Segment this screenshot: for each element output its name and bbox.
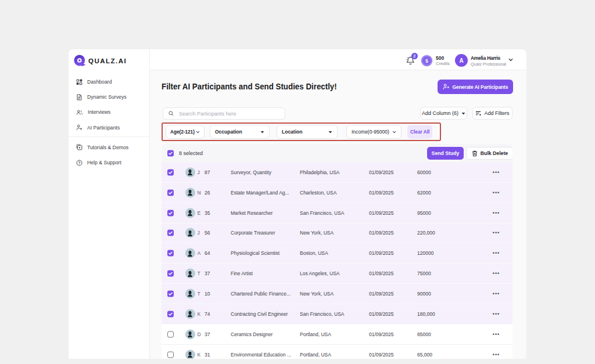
svg-text:$: $	[425, 57, 428, 63]
svg-text:?: ?	[78, 160, 81, 164]
